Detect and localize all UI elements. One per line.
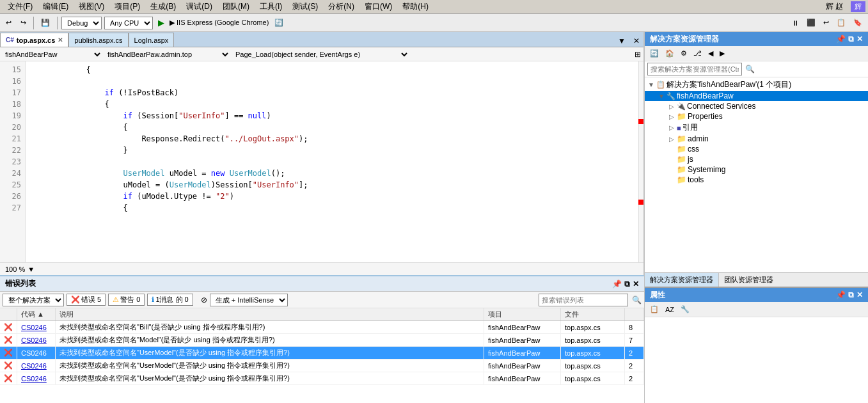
tab-close-0[interactable]: ✕ [58, 36, 63, 43]
tree-item-connected-services[interactable]: ▷ 🔌 Connected Services [645, 101, 868, 111]
tree-item-solution[interactable]: ▼ 📋 解决方案'fishAndBearPaw'(1 个项目) [645, 79, 868, 91]
se-footer-tab-solution[interactable]: 解决方案资源管理器 [645, 273, 719, 287]
toolbar-extra1[interactable]: ⏸ [789, 17, 802, 29]
code-content[interactable]: { if (!IsPostBack) { if (Session["UserIn… [26, 61, 643, 216]
redo-btn[interactable]: ↪ [17, 17, 29, 29]
table-row[interactable]: ❌ CS0246 未找到类型或命名空间名"UserModel"(是否缺少 usi… [0, 372, 644, 385]
col-line[interactable] [625, 308, 644, 321]
run-label[interactable]: ▶ IIS Express (Google Chrome) [170, 19, 269, 27]
toolbar-extra4[interactable]: 📋 [833, 17, 849, 29]
error-row-code[interactable]: CS0246 [17, 334, 56, 347]
menu-file[interactable]: 文件(F) [3, 0, 38, 13]
error-panel-float[interactable]: ⧉ [624, 280, 630, 288]
tab-publish-aspx-cs[interactable]: publish.aspx.cs [68, 33, 128, 47]
menu-debug[interactable]: 调试(D) [181, 0, 217, 13]
se-footer-tab-team[interactable]: 团队资源管理器 [719, 273, 778, 287]
error-search-input[interactable] [539, 294, 628, 306]
tree-item-project[interactable]: ▼ 🔧 fishAndBearPaw [645, 91, 868, 101]
tree-item-tools[interactable]: 📁 tools [645, 175, 868, 185]
refresh-btn[interactable]: 🔄 [271, 17, 287, 29]
class-selector[interactable]: fishAndBearPaw [0, 48, 102, 61]
props-close[interactable]: ✕ [856, 290, 863, 299]
se-pin[interactable]: 📌 [836, 35, 846, 43]
se-search-btn[interactable]: ◀ [706, 48, 716, 59]
props-pin[interactable]: 📌 [836, 290, 846, 299]
errors-table: 代码 ▲ 说明 项目 文件 ❌ CS0246 未找到类型或命名空间名"Bill"… [0, 308, 644, 385]
tab-dropdown-btn[interactable]: ▼ [614, 35, 629, 47]
se-git-btn[interactable]: ⎇ [691, 48, 704, 59]
error-row-icon: ❌ [0, 372, 17, 385]
tab-login-aspx[interactable]: LogIn.aspx [129, 33, 175, 47]
member-selector-right[interactable]: Page_Load(object sender, EventArgs e) [230, 48, 409, 61]
editor-expand-btn[interactable]: ⊞ [632, 50, 643, 59]
props-extra-btn[interactable]: 🔧 [678, 304, 692, 315]
se-settings-btn[interactable]: ⚙ [678, 48, 690, 59]
build-mode-select[interactable]: 生成 + IntelliSense [210, 294, 288, 306]
build-mode-filter[interactable]: ⊘ [201, 296, 207, 304]
props-float[interactable]: ⧉ [848, 290, 854, 299]
tree-item-js[interactable]: 📁 js [645, 154, 868, 164]
toolbar-extra2[interactable]: ⬛ [803, 17, 819, 29]
col-file[interactable]: 文件 [561, 308, 625, 321]
menu-bar: 文件(F) 编辑(E) 视图(V) 项目(P) 生成(B) 调试(D) 团队(M… [0, 0, 868, 14]
col-desc[interactable]: 说明 [56, 308, 484, 321]
tree-item-properties[interactable]: ▷ 📁 Properties [645, 111, 868, 122]
tree-item-systemimg[interactable]: 📁 Systemimg [645, 164, 868, 175]
table-row[interactable]: ❌ CS0246 未找到类型或命名空间名"UserModel"(是否缺少 usi… [0, 360, 644, 372]
warning-count-badge[interactable]: ⚠ 警告 0 [108, 294, 145, 306]
member-selector-middle[interactable]: fishAndBearPaw.admin.top [102, 48, 230, 61]
code-header: fishAndBearPaw fishAndBearPaw.admin.top … [0, 47, 643, 61]
tab-close-all-btn[interactable]: ✕ [629, 35, 643, 47]
col-project[interactable]: 项目 [484, 308, 561, 321]
error-count-badge[interactable]: ❌ 错误 5 [67, 294, 106, 306]
se-search-input[interactable] [647, 63, 742, 75]
zoom-dropdown[interactable]: ▼ [28, 265, 35, 273]
run-button[interactable]: ▶ [155, 18, 167, 28]
se-close[interactable]: ✕ [856, 35, 863, 43]
se-home-btn[interactable]: 🏠 [663, 48, 677, 59]
menu-tools[interactable]: 工具(I) [255, 0, 287, 13]
tree-item-css[interactable]: 📁 css [645, 144, 868, 154]
debug-mode-select[interactable]: Debug [61, 17, 102, 29]
menu-help[interactable]: 帮助(H) [397, 0, 434, 13]
toolbar-extra5[interactable]: 🔖 [850, 17, 865, 29]
menu-team[interactable]: 团队(M) [217, 0, 255, 13]
error-search-btn[interactable]: 🔍 [632, 296, 642, 304]
menu-view[interactable]: 视图(V) [74, 0, 109, 13]
tree-item-ref[interactable]: ▷ ■ 引用 [645, 122, 868, 134]
cpu-select[interactable]: Any CPU [104, 17, 153, 29]
code-editor[interactable]: 15161718192021222324252627 { if (!IsPost… [0, 61, 643, 262]
code-area[interactable]: { if (!IsPostBack) { if (Session["UserIn… [26, 61, 643, 262]
error-row-code[interactable]: CS0246 [17, 321, 56, 334]
menu-project[interactable]: 项目(P) [109, 0, 145, 13]
tab-top-aspx-cs[interactable]: C# top.aspx.cs ✕ [0, 33, 68, 47]
error-panel-pin[interactable]: 📌 [612, 280, 622, 288]
error-row-code[interactable]: CS0246 [17, 347, 56, 360]
props-category-btn[interactable]: 📋 [647, 304, 661, 315]
error-filter[interactable]: 整个解决方案 [3, 294, 64, 306]
menu-build[interactable]: 生成(B) [145, 0, 181, 13]
menu-edit[interactable]: 编辑(E) [38, 0, 74, 13]
menu-window[interactable]: 窗口(W) [359, 0, 397, 13]
se-search-icon[interactable]: 🔍 [745, 65, 755, 74]
table-row[interactable]: ❌ CS0246 未找到类型或命名空间名"Bill"(是否缺少 using 指令… [0, 321, 644, 334]
props-alpha-btn[interactable]: AZ [663, 304, 677, 315]
toolbar-extra3[interactable]: ↩ [820, 17, 832, 29]
info-count-badge[interactable]: ℹ 1消息 的 0 [147, 294, 193, 306]
table-row[interactable]: ❌ CS0246 未找到类型或命名空间名"Model"(是否缺少 using 指… [0, 334, 644, 347]
error-row-code[interactable]: CS0246 [17, 372, 56, 385]
undo-btn[interactable]: ↩ [3, 17, 15, 29]
se-filter-btn[interactable]: ▶ [717, 48, 727, 59]
menu-test[interactable]: 测试(S) [287, 0, 323, 13]
se-sync-btn[interactable]: 🔄 [647, 48, 661, 59]
tree-item-admin[interactable]: ▷ 📁 admin [645, 134, 868, 144]
se-float[interactable]: ⧉ [848, 35, 854, 43]
table-row[interactable]: ❌ CS0246 未找到类型或命名空间名"UserModel"(是否缺少 usi… [0, 347, 644, 360]
save-btn[interactable]: 💾 [38, 17, 53, 29]
menu-analyze[interactable]: 分析(N) [323, 0, 359, 13]
tree-arrow-props: ▷ [668, 113, 675, 120]
error-row-code[interactable]: CS0246 [17, 360, 56, 372]
zoom-level[interactable]: 100 % [5, 265, 25, 273]
error-panel-close[interactable]: ✕ [633, 280, 639, 288]
col-code[interactable]: 代码 ▲ [17, 308, 56, 321]
